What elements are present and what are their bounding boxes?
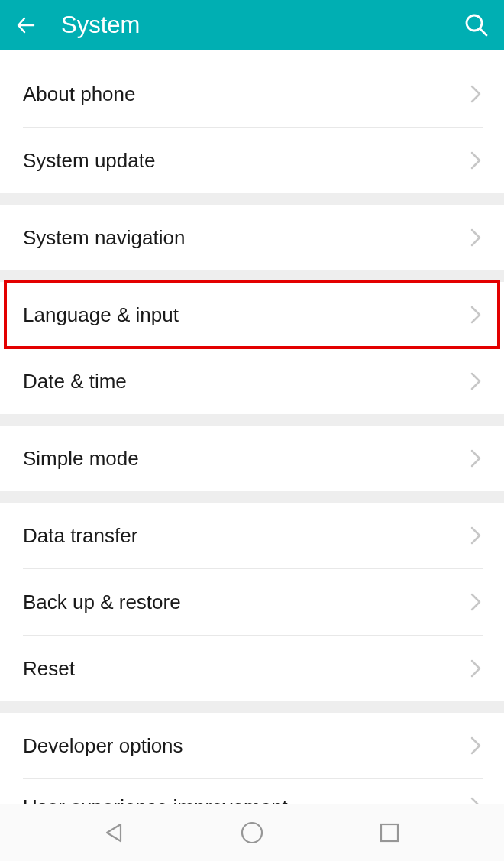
- item-date-time[interactable]: Date & time: [0, 348, 504, 414]
- chevron-right-icon: [469, 591, 483, 613]
- item-developer-options[interactable]: Developer options: [0, 713, 504, 778]
- chevron-right-icon: [469, 303, 483, 326]
- item-simple-mode[interactable]: Simple mode: [0, 426, 504, 491]
- item-data-transfer[interactable]: Data transfer: [0, 503, 504, 568]
- back-button[interactable]: [14, 13, 38, 37]
- chevron-right-icon: [469, 734, 483, 757]
- chevron-right-icon: [469, 524, 483, 547]
- settings-list: About phone System update System navigat…: [0, 50, 504, 804]
- nav-recent-button[interactable]: [375, 818, 404, 847]
- item-user-experience[interactable]: User experience improvement: [0, 779, 504, 804]
- nav-home-button[interactable]: [237, 818, 267, 847]
- chevron-right-icon: [469, 657, 483, 680]
- item-label: Back up & restore: [23, 591, 469, 614]
- item-label: Language & input: [23, 303, 469, 327]
- circle-home-icon: [240, 821, 264, 845]
- arrow-left-icon: [14, 13, 38, 37]
- square-recent-icon: [379, 822, 400, 843]
- item-language-input[interactable]: Language & input: [0, 282, 504, 348]
- search-icon: [464, 12, 489, 38]
- chevron-right-icon: [469, 149, 483, 172]
- app-header: System: [0, 0, 504, 50]
- svg-rect-3: [381, 824, 398, 841]
- svg-point-2: [242, 823, 262, 843]
- nav-back-button[interactable]: [100, 818, 129, 847]
- item-label: Reset: [23, 657, 469, 681]
- item-label: System update: [23, 149, 469, 173]
- chevron-right-icon: [469, 226, 483, 249]
- item-label: Data transfer: [23, 524, 469, 548]
- item-label: User experience improvement: [23, 795, 469, 804]
- chevron-right-icon: [469, 83, 483, 105]
- item-about-phone[interactable]: About phone: [0, 61, 504, 127]
- svg-line-1: [480, 29, 486, 35]
- search-button[interactable]: [463, 11, 490, 39]
- item-back-up-restore[interactable]: Back up & restore: [0, 569, 504, 635]
- chevron-right-icon: [469, 795, 483, 804]
- chevron-right-icon: [469, 447, 483, 470]
- page-title: System: [61, 11, 463, 39]
- item-reset[interactable]: Reset: [0, 636, 504, 701]
- chevron-right-icon: [469, 370, 483, 393]
- item-system-update[interactable]: System update: [0, 128, 504, 193]
- item-label: Date & time: [23, 370, 469, 393]
- triangle-back-icon: [103, 821, 126, 844]
- item-label: Developer options: [23, 734, 469, 758]
- system-navbar: [0, 804, 504, 861]
- item-label: About phone: [23, 83, 469, 106]
- item-label: System navigation: [23, 226, 469, 250]
- svg-point-0: [467, 15, 482, 31]
- item-system-navigation[interactable]: System navigation: [0, 205, 504, 270]
- item-label: Simple mode: [23, 447, 469, 471]
